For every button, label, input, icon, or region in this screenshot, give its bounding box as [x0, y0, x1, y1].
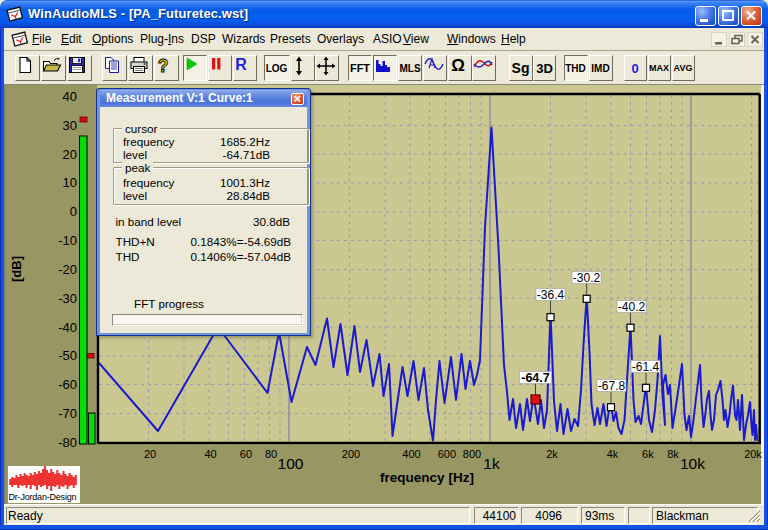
svg-text:frequency [Hz]: frequency [Hz]	[380, 470, 474, 485]
svg-text:-80: -80	[58, 435, 77, 450]
svg-text:600: 600	[438, 448, 456, 460]
svg-text:200: 200	[342, 448, 360, 460]
svg-text:Dr-Jordan-Design: Dr-Jordan-Design	[9, 492, 77, 502]
svg-text:-61.4: -61.4	[632, 360, 660, 374]
svg-text:20: 20	[63, 147, 77, 162]
svg-text:-70: -70	[58, 406, 77, 421]
svg-text:100: 100	[278, 455, 304, 472]
svg-text:-40.2: -40.2	[618, 300, 646, 314]
svg-text:-30: -30	[58, 291, 77, 306]
svg-text:-40: -40	[58, 320, 77, 335]
svg-text:1k: 1k	[483, 455, 500, 472]
svg-text:40: 40	[204, 448, 216, 460]
svg-text:Ω: Ω	[451, 56, 465, 73]
svg-text:?: ?	[157, 56, 168, 75]
svg-text:2k: 2k	[546, 448, 558, 460]
svg-text:80: 80	[265, 448, 277, 460]
svg-text:60: 60	[240, 448, 252, 460]
svg-text:-20: -20	[58, 262, 77, 277]
svg-text:-30.2: -30.2	[573, 271, 601, 285]
svg-text:-10: -10	[58, 233, 77, 248]
svg-text:10k: 10k	[680, 455, 705, 472]
svg-text:8k: 8k	[667, 448, 679, 460]
svg-text:800: 800	[463, 448, 481, 460]
svg-text:400: 400	[402, 448, 420, 460]
svg-text:-50: -50	[58, 348, 77, 363]
svg-text:-60: -60	[58, 377, 77, 392]
svg-text:10: 10	[63, 175, 77, 190]
svg-text:30: 30	[63, 118, 77, 133]
svg-text:[dB]: [dB]	[9, 256, 24, 282]
svg-text:-36.4: -36.4	[537, 288, 565, 302]
svg-text:-64.7: -64.7	[521, 371, 550, 385]
svg-text:40: 40	[63, 89, 77, 104]
svg-text:20k: 20k	[744, 448, 762, 460]
svg-text:20: 20	[144, 448, 156, 460]
svg-text:R: R	[235, 56, 247, 73]
svg-text:0: 0	[70, 204, 77, 219]
svg-text:6k: 6k	[642, 448, 654, 460]
svg-text:4k: 4k	[607, 448, 619, 460]
svg-text:-67.8: -67.8	[598, 379, 626, 393]
